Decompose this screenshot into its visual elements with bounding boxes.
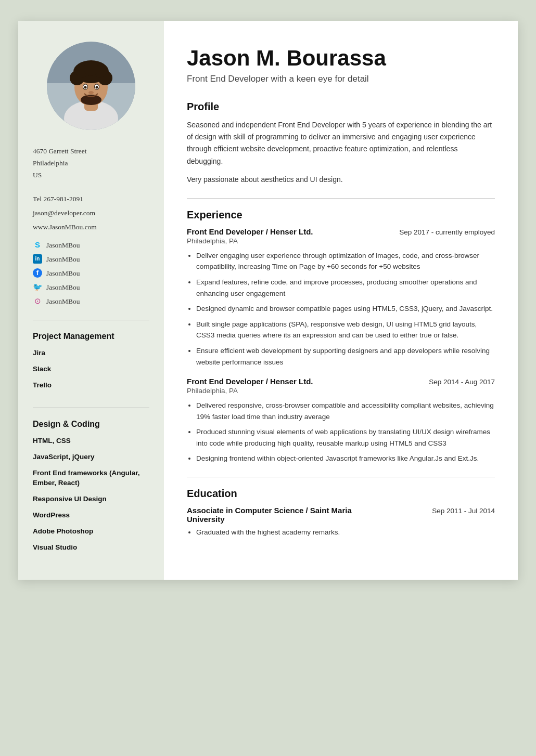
job-2-date: Sep 2014 - Aug 2017: [429, 378, 495, 386]
street-address: 4670 Garrett Street: [33, 147, 86, 155]
edu-1-bullets: Graduated with the highest academy remar…: [187, 527, 495, 538]
resume-container: 4670 Garrett Street Philadelphia US Tel …: [18, 21, 518, 580]
social-linkedin: in JasonMBou: [33, 252, 80, 266]
candidate-name: Jason M. Bourassa: [187, 46, 495, 71]
profile-section: Profile Seasoned and independent Front E…: [187, 101, 495, 185]
job-1: Front End Developer / Henser Ltd. Sep 20…: [187, 227, 495, 368]
facebook-handle: JasonMBou: [46, 266, 80, 280]
edu-1-title: Associate in Computer Science / Saint Ma…: [187, 506, 353, 524]
skill-visual-studio: Visual Studio: [33, 543, 140, 553]
bullet-item: Graduated with the highest academy remar…: [196, 527, 495, 538]
social-facebook: f JasonMBou: [33, 266, 80, 280]
divider-experience: [187, 198, 495, 199]
bullet-item: Designed dynamic and browser compatible …: [196, 303, 495, 315]
job-2-bullets: Delivered responsive, cross-browser comp…: [187, 400, 495, 464]
profile-paragraph-2: Very passionate about aesthetics and UI …: [187, 174, 495, 186]
skype-icon: S: [33, 240, 42, 250]
skill-trello: Trello: [33, 381, 114, 390]
svg-point-18: [88, 91, 94, 94]
instagram-icon: ⊙: [33, 296, 42, 306]
project-management-title: Project Management: [33, 332, 114, 341]
contact-block: Tel 267-981-2091 jason@developer.com www…: [33, 192, 97, 234]
instagram-handle: JasonMBou: [46, 294, 80, 308]
twitter-handle: JasonMBou: [46, 280, 80, 294]
svg-point-17: [96, 86, 98, 89]
sidebar-divider-1: [33, 320, 149, 320]
skill-frameworks: Front End frameworks (Angular,Ember, Rea…: [33, 468, 140, 488]
website: www.JasonMBou.com: [33, 220, 97, 234]
avatar: [47, 42, 135, 130]
job-2-title: Front End Developer / Henser Ltd.: [187, 377, 313, 386]
svg-point-10: [84, 61, 98, 76]
edu-1-header: Associate in Computer Science / Saint Ma…: [187, 506, 495, 524]
education-section: Education Associate in Computer Science …: [187, 488, 495, 538]
bullet-item: Built single page applications (SPA), re…: [196, 319, 495, 341]
bullet-item: Delivered responsive, cross-browser comp…: [196, 400, 495, 422]
city: Philadelphia: [33, 159, 68, 167]
social-links: S JasonMBou in JasonMBou f JasonMBou 🐦 J…: [33, 238, 80, 308]
job-2: Front End Developer / Henser Ltd. Sep 20…: [187, 377, 495, 464]
skill-jira: Jira: [33, 348, 114, 358]
bullet-item: Expand features, refine code, and improv…: [196, 277, 495, 299]
skype-handle: JasonMBou: [46, 238, 80, 252]
design-coding-section: Design & Coding HTML, CSS JavaScript, jQ…: [33, 420, 140, 558]
address-block: 4670 Garrett Street Philadelphia US: [33, 146, 86, 181]
svg-point-16: [84, 86, 87, 89]
education-title: Education: [187, 488, 495, 500]
skill-slack: Slack: [33, 364, 114, 374]
bullet-item: Ensure efficient web development by supp…: [196, 345, 495, 368]
email: jason@developer.com: [33, 206, 97, 220]
skill-js-jquery: JavaScript, jQuery: [33, 452, 140, 462]
experience-section: Experience Front End Developer / Henser …: [187, 209, 495, 464]
job-2-header: Front End Developer / Henser Ltd. Sep 20…: [187, 377, 495, 386]
profile-paragraph-1: Seasoned and independent Front End Devel…: [187, 119, 495, 167]
social-skype: S JasonMBou: [33, 238, 80, 252]
country: US: [33, 171, 42, 179]
design-coding-title: Design & Coding: [33, 420, 140, 429]
skill-photoshop: Adobe Photoshop: [33, 527, 140, 537]
skill-html-css: HTML, CSS: [33, 436, 140, 446]
sidebar: 4670 Garrett Street Philadelphia US Tel …: [18, 21, 164, 580]
facebook-icon: f: [33, 268, 42, 278]
job-1-bullets: Deliver engaging user experience through…: [187, 250, 495, 368]
divider-education: [187, 477, 495, 477]
skill-responsive-ui: Responsive UI Design: [33, 494, 140, 504]
job-1-location: Philadelphia, PA: [187, 237, 495, 245]
sidebar-divider-2: [33, 408, 149, 408]
job-2-location: Philadelphia, PA: [187, 387, 495, 395]
job-1-header: Front End Developer / Henser Ltd. Sep 20…: [187, 227, 495, 236]
linkedin-icon: in: [33, 254, 42, 264]
edu-entry-1: Associate in Computer Science / Saint Ma…: [187, 506, 495, 538]
bullet-item: Designing frontend within object-oriente…: [196, 453, 495, 464]
candidate-tagline: Front End Developer with a keen eye for …: [187, 74, 495, 84]
main-content: Jason M. Bourassa Front End Developer wi…: [164, 21, 518, 580]
social-instagram: ⊙ JasonMBou: [33, 294, 80, 308]
job-1-date: Sep 2017 - currently employed: [399, 228, 495, 236]
skill-wordpress: WordPress: [33, 511, 140, 520]
experience-title: Experience: [187, 209, 495, 221]
edu-1-date: Sep 2011 - Jul 2014: [432, 507, 495, 515]
linkedin-handle: JasonMBou: [46, 252, 80, 266]
tel: Tel 267-981-2091: [33, 192, 97, 206]
bullet-item: Deliver engaging user experience through…: [196, 250, 495, 272]
project-management-section: Project Management Jira Slack Trello: [33, 332, 114, 397]
twitter-icon: 🐦: [33, 282, 42, 292]
profile-title: Profile: [187, 101, 495, 113]
job-1-title: Front End Developer / Henser Ltd.: [187, 227, 313, 236]
social-twitter: 🐦 JasonMBou: [33, 280, 80, 294]
bullet-item: Produced stunning visual elements of web…: [196, 426, 495, 449]
